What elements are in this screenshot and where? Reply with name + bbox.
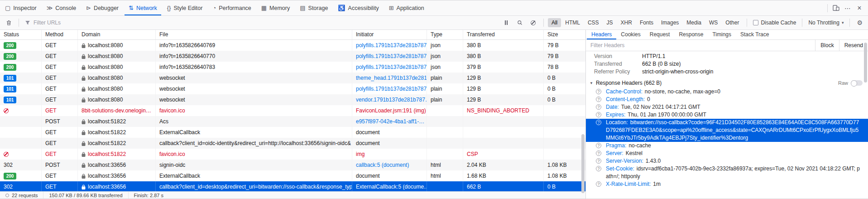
devtools-tool-tab[interactable]: ◔ Performance (207, 0, 256, 15)
response-header-row[interactable]: Server-Version1.43.0 (586, 157, 868, 165)
devtools-tool-tab[interactable]: ♿ Accessibility (333, 0, 384, 15)
disable-cache-checkbox[interactable]: Disable Cache (751, 19, 798, 26)
network-request-row[interactable]: GET localhost:51822 ExternalCallback doc… (0, 127, 585, 138)
network-settings-gear-icon[interactable]: ⚙ (854, 19, 865, 26)
request-type-filter-chip[interactable]: XHR (617, 18, 636, 27)
request-type-filter-chip[interactable]: Fonts (636, 18, 657, 27)
column-header[interactable]: Domain (78, 30, 156, 39)
column-header[interactable]: Initiator (352, 30, 427, 39)
details-panel-tab[interactable]: Timings (708, 30, 736, 39)
initiator-link[interactable]: polyfills.1791b137de281b787… (352, 62, 427, 73)
details-scrollbar[interactable] (864, 43, 867, 83)
network-request-row[interactable]: 101 GET localhost:8080 websocket polyfil… (0, 83, 585, 94)
network-request-row[interactable]: 200 GET localhost:8080 info?t=1635826640… (0, 40, 585, 51)
column-header[interactable]: File (156, 30, 352, 39)
throttling-dropdown[interactable]: No Throttling ▾ (806, 19, 845, 26)
response-header-row[interactable]: DateTue, 02 Nov 2021 04:17:21 GMT (586, 103, 868, 111)
clear-requests-icon[interactable] (3, 17, 14, 29)
details-panel-tab[interactable]: Cookies (616, 30, 645, 39)
network-request-row[interactable]: GET localhost:51822 favicon.ico img CSP (0, 149, 585, 160)
response-headers-section-header[interactable]: ▼ Response Headers (662 B) Raw (586, 78, 868, 88)
network-request-row[interactable]: 200 GET localhost:33656 ExternalCallback… (0, 170, 585, 181)
initiator-link[interactable]: ExternalCallback:5 (docume… (352, 181, 427, 191)
details-panel-tab[interactable]: Response (674, 30, 708, 39)
network-request-row[interactable]: GET localhost:51822 callback?client_id=o… (0, 138, 585, 149)
network-request-row[interactable]: 302 POST localhost:33656 signin-oidc cal… (0, 160, 585, 170)
header-help-icon[interactable] (596, 166, 601, 171)
initiator-link[interactable]: theme_head.1791b137de281… (352, 73, 427, 83)
pause-recording-icon[interactable] (500, 17, 512, 29)
filter-headers-input[interactable] (586, 40, 815, 51)
initiator-link[interactable]: document (352, 127, 427, 138)
devtools-tool-tab[interactable]: ⊳ Debugger (81, 0, 124, 15)
network-request-row[interactable]: 101 GET localhost:8080 websocket vendor.… (0, 94, 585, 105)
request-type-filter-chip[interactable]: HTML (561, 18, 584, 27)
request-blocking-icon[interactable] (528, 17, 539, 29)
network-request-row[interactable]: 302 GET localhost:33656 callback?client_… (0, 181, 585, 191)
filter-urls-input[interactable] (34, 19, 499, 26)
network-request-row[interactable]: GET 8bit-solutions-dev.onelogin… favicon… (0, 105, 585, 116)
column-header[interactable]: Size (544, 30, 585, 39)
column-header[interactable]: Type (427, 30, 463, 39)
response-header-row[interactable]: Set-Cookieidsrv=adf6cba1-7075-402b-9ec3-… (586, 165, 868, 180)
request-type-filter-chip[interactable]: All (548, 18, 561, 27)
devtools-tool-tab[interactable]: {} Style Editor (162, 0, 208, 15)
devtools-tool-tab[interactable]: ▢ Inspector (0, 0, 42, 15)
network-request-row[interactable]: POST localhost:51822 Acs e957f897-042e-4… (0, 116, 585, 127)
initiator-link[interactable]: document (352, 138, 427, 149)
initiator-link[interactable]: vendor.1791b137de281b787… (352, 94, 427, 105)
request-list-scrollbar[interactable] (581, 134, 585, 193)
initiator-link[interactable]: callback:5 (document) (352, 160, 427, 170)
response-header-row[interactable]: ServerKestrel (586, 150, 868, 157)
initiator-link[interactable]: polyfills.1791b137de281b787… (352, 40, 427, 51)
response-header-row[interactable]: X-Rate-Limit-Limit1m (586, 180, 868, 188)
block-button[interactable]: Block (815, 40, 839, 51)
request-type-filter-chip[interactable]: CSS (584, 18, 603, 27)
initiator-link[interactable]: FaviconLoader.jsm:191 (img) (352, 105, 427, 116)
request-type-filter-chip[interactable]: Media (683, 18, 705, 27)
header-help-icon[interactable] (596, 158, 601, 164)
initiator-link[interactable]: polyfills.1791b137de281b787… (352, 51, 427, 62)
response-header-row[interactable]: Content-Length0 (586, 96, 868, 103)
network-request-row[interactable]: 101 GET localhost:8080 websocket theme_h… (0, 73, 585, 83)
devtools-tool-tab[interactable]: ⊞ Application (384, 0, 429, 15)
request-type-filter-chip[interactable]: Images (657, 18, 682, 27)
header-help-icon[interactable] (596, 104, 601, 110)
network-request-row[interactable]: 200 GET localhost:8080 info?t=1635826640… (0, 62, 585, 73)
column-header[interactable]: Transferred (463, 30, 544, 39)
lock-icon (82, 43, 86, 48)
column-header[interactable]: Method (42, 30, 78, 39)
header-help-icon[interactable] (596, 112, 601, 117)
raw-toggle[interactable] (851, 80, 863, 86)
response-header-row[interactable]: Cache-Controlno-store, no-cache, max-age… (586, 88, 868, 96)
header-help-icon[interactable] (596, 150, 601, 156)
request-type-filter-chip[interactable]: Other (722, 18, 743, 27)
details-panel-tab[interactable]: Request (645, 30, 675, 39)
meatball-menu-icon[interactable]: ⋯ (842, 2, 854, 14)
details-panel-tab[interactable]: Headers (587, 30, 616, 39)
header-help-icon[interactable] (596, 143, 601, 148)
initiator-link[interactable]: e957f897-042e-4ba1-aff1-… (352, 116, 427, 127)
header-help-icon[interactable] (596, 181, 601, 187)
devtools-tool-tab[interactable]: ≫ Console (42, 0, 81, 15)
response-header-row[interactable]: ExpiresThu, 01 Jan 1970 00:00:00 GMT (586, 111, 868, 119)
devtools-tool-tab[interactable]: ⇅ Network (124, 0, 162, 15)
devtools-tool-tab[interactable]: ▦ Memory (256, 0, 295, 15)
column-header[interactable]: Status (0, 30, 42, 39)
header-help-icon[interactable] (596, 120, 601, 125)
response-header-row[interactable]: Pragmano-cache (586, 142, 868, 150)
search-icon[interactable] (514, 17, 526, 29)
request-type-filter-chip[interactable]: WS (705, 18, 721, 27)
response-header-row[interactable]: Locationbitwarden://sso-callback?code=96… (586, 119, 868, 142)
network-request-row[interactable]: 200 GET localhost:8080 info?t=1635826640… (0, 51, 585, 62)
responsive-design-mode-icon[interactable] (830, 2, 842, 14)
initiator-link[interactable]: img (352, 149, 427, 160)
initiator-link[interactable]: document (352, 170, 427, 181)
header-help-icon[interactable] (596, 97, 601, 102)
request-type-filter-chip[interactable]: JS (603, 18, 617, 27)
initiator-link[interactable]: polyfills.1791b137de281b787… (352, 83, 427, 94)
details-panel-tab[interactable]: Stack Trace (736, 30, 773, 39)
header-help-icon[interactable] (596, 89, 601, 94)
close-devtools-icon[interactable]: × (854, 2, 865, 14)
devtools-tool-tab[interactable]: ▤ Storage (295, 0, 333, 15)
